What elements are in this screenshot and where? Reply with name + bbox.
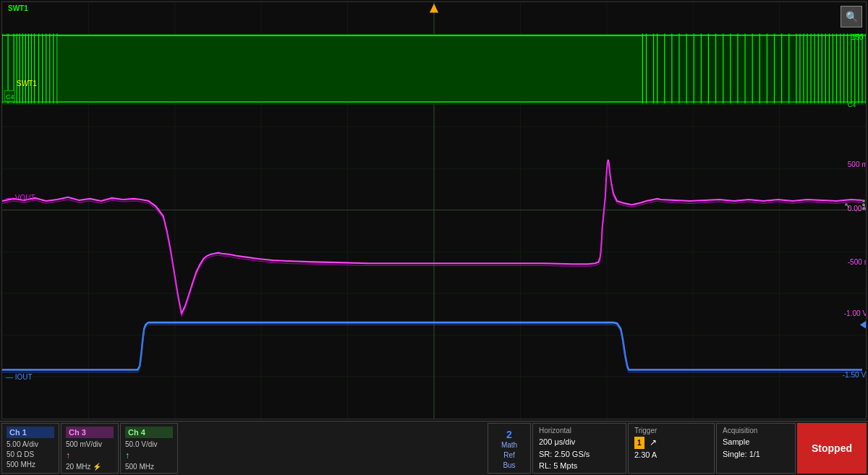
ch1-coupling: 50 Ω DS — [7, 450, 54, 460]
ch1-scale: 5.00 A/div — [7, 440, 54, 450]
acquisition-mode: Sample — [723, 436, 789, 448]
svg-rect-38 — [57, 36, 642, 102]
svg-text:C4: C4 — [6, 93, 14, 100]
oscilloscope: 150 V C4 C4 500 mV 0.00 V -500 mV -1.00 … — [0, 0, 868, 475]
ch4-header: Ch 4 — [125, 427, 173, 438]
acquisition-section: Acquisition Sample Single: 1/1 — [716, 423, 796, 474]
acquisition-single: Single: 1/1 — [723, 448, 789, 461]
status-bar: Ch 1 5.00 A/div 50 Ω DS 500 MHz Ch 3 500… — [0, 421, 868, 475]
math-ref-bus-number: 2 — [506, 429, 512, 440]
ch4-symbol: ↑ — [125, 450, 173, 462]
trigger-section: Trigger 1 ↗ 2.30 A — [628, 423, 715, 474]
svg-text:500 mV: 500 mV — [848, 161, 866, 168]
trigger-title: Trigger — [634, 427, 708, 435]
horizontal-section: Horizontal 200 μs/div SR: 2.50 GS/s RL: … — [532, 423, 626, 474]
math-ref-bus-section: 2 Math Ref Bus — [488, 423, 531, 474]
svg-text:↖: ↖ — [844, 201, 851, 210]
svg-text:-500 mV: -500 mV — [848, 258, 866, 266]
horizontal-title: Horizontal — [539, 427, 620, 435]
swt-label: SWT1 — [17, 80, 37, 87]
stopped-button[interactable]: Stopped — [797, 423, 867, 474]
horizontal-rl: RL: 5 Mpts — [539, 460, 620, 472]
ch3-status: Ch 3 500 mV/div ↑ 20 MHz ⚡ — [61, 423, 119, 474]
ch3-scale: 500 mV/div — [66, 440, 114, 450]
svg-point-97 — [862, 207, 865, 210]
ch3-symbol: ↑ — [66, 450, 114, 462]
spacer — [179, 423, 486, 474]
trigger-level: 2.30 A — [634, 449, 708, 461]
svg-text:150 V: 150 V — [851, 33, 866, 41]
ch3-header: Ch 3 — [66, 427, 114, 438]
waveform-canvas: 150 V C4 C4 500 mV 0.00 V -500 mV -1.00 … — [2, 2, 866, 419]
display-area: 150 V C4 C4 500 mV 0.00 V -500 mV -1.00 … — [1, 1, 867, 419]
ch4-bw: 500 MHz — [125, 462, 173, 472]
ch4-label: SWT1 — [6, 4, 30, 13]
magnifier-icon[interactable]: 🔍 — [841, 6, 862, 27]
ch3-bw: 20 MHz ⚡ — [66, 462, 114, 472]
svg-point-95 — [862, 200, 865, 202]
svg-text:-1.50 V: -1.50 V — [843, 371, 866, 379]
acquisition-title: Acquisition — [723, 427, 789, 435]
ch1-bw: 500 MHz — [7, 460, 54, 470]
ch4-status: Ch 4 50.0 V/div ↑ 500 MHz — [120, 423, 178, 474]
ch1-iout-label: — IOUT — [6, 373, 33, 381]
ch4-scale: 50.0 V/div — [125, 440, 173, 450]
ch1-header: Ch 1 — [7, 427, 54, 438]
svg-text:C4: C4 — [848, 101, 856, 108]
math-ref-bus-text: Math Ref Bus — [501, 440, 517, 471]
ch1-status: Ch 1 5.00 A/div 50 Ω DS 500 MHz — [1, 423, 59, 474]
svg-text:-1.00 V: -1.00 V — [844, 309, 866, 317]
trigger-channel: 1 ↗ — [634, 436, 708, 449]
ch3-vout-label: — VOUT — [6, 194, 35, 202]
horizontal-timescale: 200 μs/div — [539, 436, 620, 448]
horizontal-sr: SR: 2.50 GS/s — [539, 448, 620, 461]
trigger-channel-num: 1 — [634, 437, 644, 449]
svg-point-96 — [862, 203, 865, 206]
